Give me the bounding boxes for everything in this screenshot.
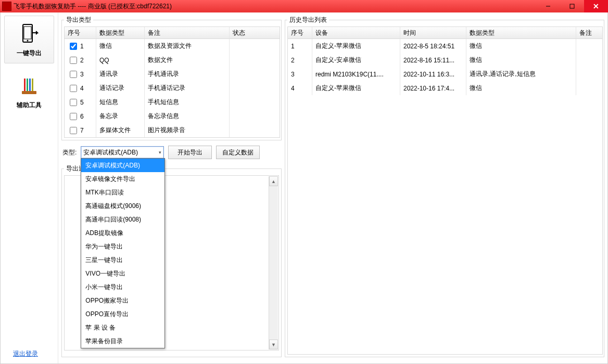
type-dropdown-option[interactable]: 高通串口回读(9008) <box>81 213 164 226</box>
row-type: 多媒体文件 <box>96 123 145 137</box>
start-export-button[interactable]: 开始导出 <box>168 146 212 159</box>
type-dropdown-option[interactable]: 安卓调试模式(ADB) <box>81 159 164 172</box>
col-type[interactable]: 数据类型 <box>96 27 145 38</box>
right-pane: 历史导出列表 序号 设备 时间 数据类型 备注 1自定义-苹果微信2022-8-… <box>285 16 604 360</box>
type-dropdown-list: 安卓调试模式(ADB)安卓镜像文件导出MTK串口回读高通磁盘模式(9006)高通… <box>81 158 165 348</box>
row-idx: 4 <box>80 85 84 92</box>
type-dropdown-option[interactable]: 苹果备份目录 <box>81 334 164 348</box>
row-note: 图片视频录音 <box>145 123 230 137</box>
hrow-device: 自定义-苹果微信 <box>312 39 400 53</box>
row-checkbox[interactable] <box>70 113 77 120</box>
hrow-note <box>576 81 602 95</box>
col-idx[interactable]: 序号 <box>65 27 96 38</box>
row-status <box>230 123 280 137</box>
svg-rect-3 <box>24 27 31 39</box>
hrow-device: 自定义-苹果微信 <box>312 81 400 95</box>
row-checkbox[interactable] <box>70 71 77 78</box>
svg-rect-1 <box>570 4 574 8</box>
minimize-button[interactable] <box>536 0 560 12</box>
col-note[interactable]: 备注 <box>145 27 230 38</box>
row-note: 手机通话记录 <box>145 81 230 95</box>
maximize-button[interactable] <box>560 0 584 12</box>
table-row[interactable]: 4通话记录手机通话记录 <box>65 81 280 95</box>
row-type: 短信息 <box>96 95 145 109</box>
table-row[interactable]: 3redmi M2103K19C(11....2022-10-11 16:3..… <box>288 67 602 81</box>
hcol-device[interactable]: 设备 <box>312 27 400 38</box>
sidebar: 一键导出 辅助工具 退出登录 <box>1 12 58 363</box>
svg-rect-5 <box>22 91 36 94</box>
type-dropdown-option[interactable]: 华为一键导出 <box>81 240 164 253</box>
type-dropdown-option[interactable]: VIVO一键导出 <box>81 267 164 280</box>
row-type: 通话记录 <box>96 81 145 95</box>
row-idx: 5 <box>80 99 84 106</box>
type-dropdown-option[interactable]: OPPO直传导出 <box>81 307 164 321</box>
maximize-icon <box>569 4 575 9</box>
table-row[interactable]: 6备忘录备忘录信息 <box>65 109 280 123</box>
row-checkbox[interactable] <box>70 43 77 50</box>
scroll-track[interactable] <box>269 186 278 340</box>
history-table: 序号 设备 时间 数据类型 备注 1自定义-苹果微信2022-8-5 18:24… <box>287 27 603 355</box>
custom-data-button[interactable]: 自定义数据 <box>216 146 260 159</box>
type-dropdown-value: 安卓调试模式(ADB) <box>83 148 138 157</box>
hcol-idx[interactable]: 序号 <box>288 27 312 38</box>
row-checkbox[interactable] <box>70 127 77 134</box>
type-dropdown-option[interactable]: 苹 果 设 备 <box>81 321 164 334</box>
type-dropdown-option[interactable]: 小米一键导出 <box>81 280 164 294</box>
table-row[interactable]: 7多媒体文件图片视频录音 <box>65 123 280 137</box>
hrow-note <box>576 39 602 53</box>
type-dropdown-option[interactable]: 安卓镜像文件导出 <box>81 172 164 186</box>
hrow-type: 微信 <box>466 81 576 95</box>
hcol-type[interactable]: 数据类型 <box>466 27 576 38</box>
type-dropdown-option[interactable]: OPPO搬家导出 <box>81 294 164 307</box>
row-status <box>230 67 280 81</box>
chevron-down-icon: ▾ <box>159 150 161 155</box>
close-icon: ✕ <box>593 2 599 10</box>
table-row[interactable]: 2自定义-安卓微信2022-8-16 15:11...微信 <box>288 53 602 67</box>
row-checkbox[interactable] <box>70 57 77 64</box>
table-row[interactable]: 4自定义-苹果微信2022-10-16 17:4...微信 <box>288 81 602 95</box>
row-note: 数据及资源文件 <box>145 39 230 53</box>
close-button[interactable]: ✕ <box>584 0 608 12</box>
hrow-time: 2022-8-5 18:24:51 <box>400 39 466 53</box>
table-row[interactable]: 1微信数据及资源文件 <box>65 39 280 53</box>
row-note: 手机短信息 <box>145 95 230 109</box>
scroll-up-icon[interactable]: ▲ <box>269 176 278 186</box>
sidebar-item-tools[interactable]: 辅助工具 <box>5 71 54 112</box>
row-status <box>230 81 280 95</box>
col-status[interactable]: 状态 <box>230 27 280 38</box>
hcol-time[interactable]: 时间 <box>400 27 466 38</box>
scroll-down-icon[interactable]: ▼ <box>269 340 278 349</box>
table-row[interactable]: 5短信息手机短信息 <box>65 95 280 109</box>
minimize-icon <box>546 4 551 9</box>
main-area: 导出类型 序号 数据类型 备注 状态 1微信数据及资源文件2QQ数据文件3通讯录… <box>58 12 607 363</box>
hrow-time: 2022-10-11 16:3... <box>400 67 466 81</box>
type-dropdown-option[interactable]: 三星一键导出 <box>81 253 164 267</box>
hrow-note <box>576 53 602 67</box>
table-row[interactable]: 2QQ数据文件 <box>65 53 280 67</box>
row-type: 通讯录 <box>96 67 145 81</box>
sidebar-item-label: 辅助工具 <box>17 101 42 110</box>
svg-rect-9 <box>32 79 33 91</box>
sidebar-item-export[interactable]: 一键导出 <box>4 16 54 63</box>
hrow-idx: 1 <box>288 39 312 53</box>
table-row[interactable]: 3通讯录手机通讯录 <box>65 67 280 81</box>
row-idx: 6 <box>80 113 84 120</box>
row-checkbox[interactable] <box>70 99 77 106</box>
row-idx: 7 <box>80 127 84 134</box>
logout-link[interactable]: 退出登录 <box>13 349 38 358</box>
type-dropdown-option[interactable]: ADB提取镜像 <box>81 226 164 240</box>
tools-icon <box>17 74 41 98</box>
process-scrollbar[interactable]: ▲ ▼ <box>269 176 278 349</box>
table-row[interactable]: 1自定义-苹果微信2022-8-5 18:24:51微信 <box>288 39 602 53</box>
type-dropdown-display[interactable]: 安卓调试模式(ADB) ▾ <box>81 146 164 159</box>
history-header: 序号 设备 时间 数据类型 备注 <box>288 27 602 39</box>
row-type: QQ <box>96 53 145 67</box>
app-icon <box>2 2 11 11</box>
export-type-group: 导出类型 序号 数据类型 备注 状态 1微信数据及资源文件2QQ数据文件3通讯录… <box>61 16 282 140</box>
type-dropdown-option[interactable]: MTK串口回读 <box>81 186 164 199</box>
sidebar-item-label: 一键导出 <box>17 49 42 58</box>
hcol-note[interactable]: 备注 <box>576 27 602 38</box>
type-dropdown-option[interactable]: 高通磁盘模式(9006) <box>81 199 164 213</box>
row-checkbox[interactable] <box>70 85 77 92</box>
type-dropdown[interactable]: 安卓调试模式(ADB) ▾ 安卓调试模式(ADB)安卓镜像文件导出MTK串口回读… <box>81 146 164 159</box>
